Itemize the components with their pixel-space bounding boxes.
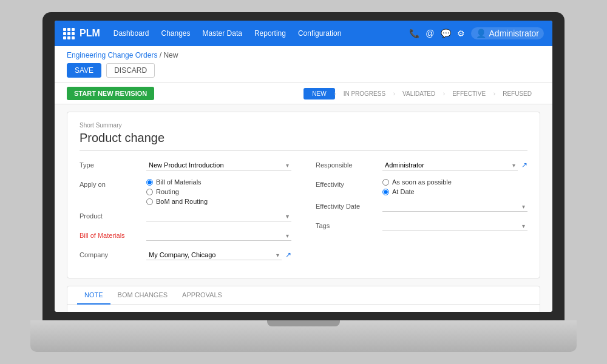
tabs-container: NOTE BOM CHANGES APPROVALS [67, 286, 540, 312]
phone-icon[interactable]: 📞 [409, 29, 419, 38]
tab-approvals[interactable]: APPROVALS [175, 286, 229, 305]
settings-icon[interactable]: ⚙ [457, 29, 465, 38]
step-new[interactable]: NEW [304, 88, 334, 99]
nav-links: Dashboard Changes Master Data Reporting … [109, 27, 410, 40]
apply-on-row: Apply on Bill of Materials Routing [80, 178, 291, 205]
type-label: Type [80, 159, 146, 169]
form-right: Responsible Administrator ↗ [316, 159, 527, 268]
company-row: Company My Company, Chicago ↗ [80, 249, 291, 263]
breadcrumb-parent[interactable]: Engineering Change Orders [67, 51, 157, 59]
effectivity-at-date-label: At Date [392, 188, 415, 195]
responsible-row: Responsible Administrator ↗ [316, 159, 527, 174]
nav-reporting[interactable]: Reporting [249, 27, 291, 40]
toolbar: Engineering Change Orders / New SAVE DIS… [55, 46, 552, 83]
form-title[interactable]: Product change [80, 131, 527, 150]
tab-note[interactable]: NOTE [77, 286, 110, 305]
form-container: Short Summary Product change Type New Pr… [67, 112, 540, 278]
effectivity-asap-label: As soon as possible [392, 178, 452, 186]
tags-select[interactable] [382, 221, 527, 231]
status-bar: START NEW REVISION NEW IN PROGRESS VALID… [55, 83, 552, 104]
effectivity-date-label: Effectivity Date [316, 200, 382, 210]
apply-bom-label: Bill of Materials [156, 178, 202, 186]
start-revision-button[interactable]: START NEW REVISION [67, 87, 154, 100]
step-refused[interactable]: REFUSED [494, 88, 540, 99]
type-row: Type New Product Introduction [80, 159, 291, 174]
type-select-wrapper: New Product Introduction [146, 159, 291, 170]
navbar-right: 📞 @ 💬 ⚙ 👤 Administrator [409, 27, 544, 39]
company-label: Company [80, 249, 146, 258]
effectivity-label: Effectivity [316, 178, 382, 188]
at-icon[interactable]: @ [426, 29, 434, 38]
user-menu[interactable]: 👤 Administrator [471, 27, 544, 39]
short-summary-label: Short Summary [80, 122, 527, 129]
step-effective[interactable]: EFFECTIVE [444, 88, 494, 99]
effectivity-asap[interactable]: As soon as possible [382, 178, 527, 186]
product-row: Product ▾ [80, 210, 291, 224]
discard-button[interactable]: DISCARD [106, 63, 155, 78]
company-select-wrapper: My Company, Chicago [146, 249, 282, 260]
laptop-base [30, 320, 577, 352]
effectivity-at-date[interactable]: At Date [382, 188, 527, 195]
tab-note-content [67, 305, 540, 312]
bom-label: Bill of Materials [80, 229, 146, 239]
nav-configuration[interactable]: Configuration [293, 27, 346, 40]
apply-bom-routing-label: BoM and Routing [156, 198, 208, 205]
product-label: Product [80, 210, 146, 220]
type-select[interactable]: New Product Introduction [146, 160, 291, 170]
bom-select-wrapper [146, 229, 291, 241]
save-button[interactable]: SAVE [67, 63, 101, 78]
tags-select-wrapper [382, 220, 527, 231]
nav-dashboard[interactable]: Dashboard [109, 27, 154, 40]
responsible-select[interactable]: Administrator [382, 160, 518, 170]
nav-changes[interactable]: Changes [157, 27, 195, 40]
company-select[interactable]: My Company, Chicago [146, 250, 282, 260]
breadcrumb: Engineering Change Orders / New [67, 51, 540, 59]
tags-label: Tags [316, 220, 382, 229]
step-validated[interactable]: VALIDATED [394, 88, 444, 99]
user-icon: 👤 [476, 29, 486, 38]
tabs-header: NOTE BOM CHANGES APPROVALS [67, 286, 540, 305]
form-body: Type New Product Introduction Apply on [80, 159, 527, 268]
tab-bom-changes[interactable]: BOM CHANGES [110, 286, 175, 305]
apply-bom-routing[interactable]: BoM and Routing [146, 198, 291, 205]
effectivity-date-select[interactable] [382, 201, 527, 212]
logo-text: PLM [80, 28, 100, 39]
responsible-select-wrapper: Administrator [382, 159, 518, 170]
app-logo[interactable]: PLM [63, 28, 100, 39]
nav-master-data[interactable]: Master Data [198, 27, 247, 40]
tags-row: Tags [316, 220, 527, 234]
effectivity-row: Effectivity As soon as possible At Date [316, 178, 527, 195]
effectivity-date-wrapper [382, 200, 527, 212]
apply-routing-label: Routing [156, 188, 179, 195]
apply-routing[interactable]: Routing [146, 188, 291, 195]
user-name: Administrator [489, 29, 539, 38]
grid-icon [63, 28, 75, 39]
chat-icon[interactable]: 💬 [441, 29, 451, 38]
effectivity-options: As soon as possible At Date [382, 178, 527, 195]
apply-on-label: Apply on [80, 178, 146, 188]
responsible-label: Responsible [316, 159, 382, 169]
navbar: PLM Dashboard Changes Master Data Report… [55, 21, 552, 46]
product-input[interactable] [146, 211, 291, 221]
step-in-progress[interactable]: IN PROGRESS [335, 88, 394, 99]
apply-bom[interactable]: Bill of Materials [146, 178, 291, 186]
bom-row: Bill of Materials [80, 229, 291, 244]
product-select-wrapper: ▾ [146, 210, 291, 221]
bom-select[interactable] [146, 231, 291, 241]
company-external-link-icon[interactable]: ↗ [285, 251, 291, 259]
effectivity-date-row: Effectivity Date [316, 200, 527, 215]
status-steps: NEW IN PROGRESS VALIDATED EFFECTIVE REFU… [304, 88, 540, 99]
form-left: Type New Product Introduction Apply on [80, 159, 291, 268]
apply-on-options: Bill of Materials Routing BoM and Routin… [146, 178, 291, 205]
action-buttons: SAVE DISCARD [67, 63, 540, 78]
responsible-external-link-icon[interactable]: ↗ [521, 161, 527, 169]
breadcrumb-current: New [163, 51, 178, 59]
